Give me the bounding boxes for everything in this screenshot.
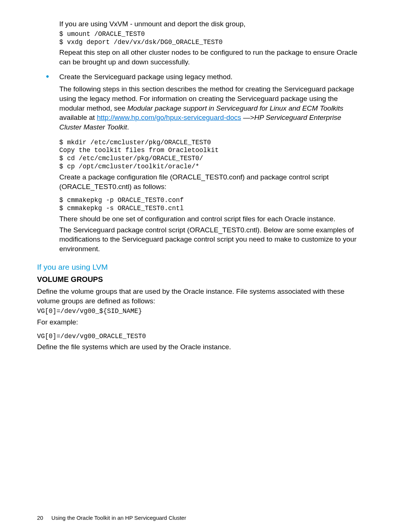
emphasis-modular: Modular package support in Serviceguard … bbox=[127, 104, 343, 112]
text-arrow: —> bbox=[241, 114, 254, 121]
repeat-step-paragraph: Repeat this step on all other cluster no… bbox=[59, 48, 363, 67]
vg-define-paragraph: Define the volume groups that are used b… bbox=[37, 287, 363, 306]
one-set-paragraph: There should be one set of configuration… bbox=[59, 214, 363, 224]
code-vg0-oracle: VG[0]=/dev/vg00_ORACLE_TEST0 bbox=[37, 332, 363, 341]
bullet-list: Create the Serviceguard package using le… bbox=[37, 72, 363, 254]
vxvm-intro-line: If you are using VxVM - unmount and depo… bbox=[59, 19, 363, 29]
text-mid: available at bbox=[59, 114, 97, 121]
bullet-title: Create the Serviceguard package using le… bbox=[59, 72, 363, 82]
heading-lvm: If you are using LVM bbox=[37, 262, 363, 272]
code-vg0-sid: VG[0]=/dev/vg00_${SID_NAME} bbox=[37, 307, 363, 316]
link-hp-docs[interactable]: http://www.hp.com/go/hpux-serviceguard-d… bbox=[97, 114, 241, 121]
fs-define-paragraph: Define the file systems which are used b… bbox=[37, 342, 363, 352]
top-indented-section: If you are using VxVM - unmount and depo… bbox=[59, 19, 363, 67]
code-block-umount: $ umount /ORACLE_TEST0 $ vxdg deport /de… bbox=[59, 30, 363, 47]
code-block-mkdir: $ mkdir /etc/cmcluster/pkg/ORACLE_TEST0 … bbox=[59, 139, 363, 171]
bullet-item-create-sg: Create the Serviceguard package using le… bbox=[37, 72, 363, 254]
create-pkg-paragraph: Create a package configuration file (ORA… bbox=[59, 172, 363, 191]
bullet-paragraph-intro: The following steps in this section desc… bbox=[59, 84, 363, 132]
for-example-label: For example: bbox=[37, 317, 363, 327]
sg-pkg-paragraph: The Serviceguard package control script … bbox=[59, 225, 363, 254]
code-block-cmmakepkg: $ cmmakepkg -p ORACLE_TEST0.conf $ cmmak… bbox=[59, 196, 363, 213]
heading-volume-groups: VOLUME GROUPS bbox=[37, 275, 363, 284]
text-post: . bbox=[127, 123, 129, 131]
